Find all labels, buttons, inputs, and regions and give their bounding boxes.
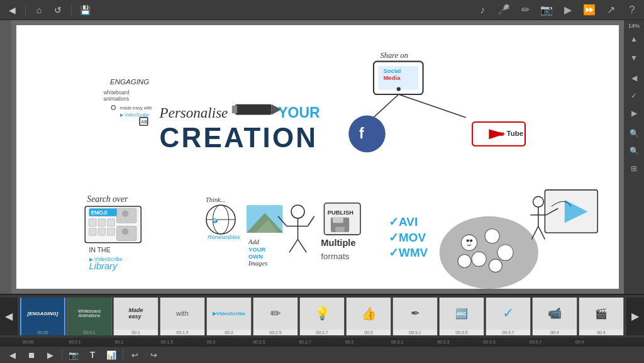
timeline-item[interactable]: ▶VideoScribe 00:2: [206, 298, 252, 335]
svg-rect-69: [333, 218, 343, 223]
svg-rect-10: [235, 104, 272, 115]
timeline-item[interactable]: [ENGAGING] 00:00: [20, 298, 65, 335]
reload-button[interactable]: ↺: [51, 3, 65, 17]
mic-button[interactable]: 🎤: [497, 3, 511, 17]
svg-text:Share on: Share on: [380, 51, 409, 60]
timeline-timebar: 00:00 00:0.1 00:1 00:1.5 00:2 00:2.5 00:…: [0, 338, 644, 346]
time-tick: 00:3.1: [391, 340, 437, 344]
time-tick: 00:1.5: [161, 340, 207, 344]
svg-text:Tube: Tube: [507, 130, 524, 137]
svg-point-78: [485, 229, 499, 243]
timeline-item[interactable]: 📹 00:4: [532, 298, 577, 335]
svg-point-79: [497, 245, 513, 260]
share-button[interactable]: ↗: [604, 3, 618, 17]
redo-button[interactable]: ↪: [146, 347, 161, 362]
nav-right-button[interactable]: ▶: [626, 106, 641, 121]
time-tick: 00:3.5: [483, 340, 529, 344]
svg-rect-70: [335, 227, 345, 232]
svg-rect-34: [98, 219, 106, 226]
timeline-item[interactable]: WhiteboardAnimations 00:0.1: [67, 298, 112, 335]
timeline-item[interactable]: 🔤 00:3.5: [439, 298, 484, 335]
screenshot-button[interactable]: 📷: [66, 347, 81, 362]
fast-forward-button[interactable]: ⏩: [582, 3, 596, 17]
svg-text:YOUR: YOUR: [278, 104, 320, 121]
svg-point-19: [397, 87, 401, 91]
svg-text:✓AVI: ✓AVI: [389, 215, 418, 228]
timeline-item-with[interactable]: with 00:1.5: [160, 298, 205, 335]
svg-text:CREATION: CREATION: [160, 122, 318, 153]
svg-text:f: f: [359, 125, 364, 142]
timeline-scroll: ◀ [ENGAGING] 00:00 WhiteboardAnimations …: [0, 295, 644, 338]
svg-text:Search over: Search over: [87, 194, 128, 204]
help-button[interactable]: ?: [625, 3, 639, 17]
timeline-item[interactable]: ✏ 00:2.5: [253, 298, 298, 335]
canvas[interactable]: ENGAGING whiteboard animations made easy…: [16, 25, 619, 289]
svg-text:Social: Social: [384, 67, 401, 74]
svg-text:✓MOV: ✓MOV: [389, 231, 426, 244]
svg-text:animations: animations: [104, 96, 130, 102]
timeline-area: ◀ [ENGAGING] 00:00 WhiteboardAnimations …: [0, 294, 644, 363]
bottom-toolbar: ◀ ⏹ ▶ 📷 T 📊 ↩ ↪: [0, 346, 644, 363]
save-button[interactable]: 💾: [78, 3, 92, 17]
timeline-item[interactable]: 🎬 00:4: [579, 298, 624, 335]
svg-text:Media: Media: [384, 74, 401, 81]
svg-text:Multiple: Multiple: [321, 238, 355, 248]
play-button[interactable]: ▶: [561, 3, 575, 17]
zoom-out-button[interactable]: 🔍: [626, 143, 641, 159]
music-button[interactable]: ♪: [475, 3, 489, 17]
pen-button[interactable]: ✏: [518, 3, 532, 17]
zoom-in-button[interactable]: 🔍: [626, 126, 641, 141]
time-tick: 00:2: [207, 340, 253, 344]
time-tick: 00:4: [575, 340, 621, 344]
svg-point-23: [348, 116, 386, 153]
svg-text:Think...: Think...: [206, 196, 226, 203]
timeline-item[interactable]: ✒ 00:3.1: [392, 298, 438, 335]
nav-check-button[interactable]: ✓: [626, 88, 641, 103]
svg-rect-35: [108, 219, 115, 226]
svg-rect-37: [98, 228, 106, 236]
time-tick: 00:1: [114, 340, 160, 344]
time-tick: 00:2.7: [299, 340, 345, 344]
scroll-down-button[interactable]: ▼: [626, 50, 641, 65]
svg-text:🌍: 🌍: [212, 218, 218, 223]
separator: [71, 4, 72, 16]
camera-button[interactable]: 📷: [540, 3, 553, 17]
stop-button[interactable]: ⏹: [24, 347, 39, 362]
time-tick: 00:2.5: [253, 340, 299, 344]
time-tick: 00:00: [23, 340, 69, 344]
undo-button[interactable]: ↩: [127, 347, 142, 362]
svg-text:IN THE: IN THE: [89, 247, 111, 254]
timeline-left-arrow[interactable]: ◀: [0, 298, 18, 335]
time-tick: 00:3: [345, 340, 391, 344]
home-button[interactable]: ⌂: [32, 3, 46, 17]
timeline-item[interactable]: Madeeasy 00:1: [113, 298, 158, 335]
scroll-up-button[interactable]: ▲: [626, 31, 641, 47]
svg-text:YOUR: YOUR: [248, 246, 265, 253]
timeline-right-arrow[interactable]: ▶: [626, 298, 644, 335]
separator: [25, 4, 26, 16]
nav-left-button[interactable]: ◀: [626, 70, 641, 86]
timeline-item[interactable]: 💡 00:2.7: [299, 298, 345, 335]
play-preview-button[interactable]: ▶: [43, 347, 58, 362]
chart-button[interactable]: 📊: [104, 347, 119, 362]
svg-point-82: [458, 255, 471, 268]
canvas-container[interactable]: ENGAGING whiteboard animations made easy…: [11, 20, 624, 294]
svg-text:Renewables: Renewables: [208, 233, 240, 240]
svg-text:OWN: OWN: [248, 253, 263, 260]
timeline-item[interactable]: ✓ 00:3.7: [486, 298, 531, 335]
back-button[interactable]: ◀: [5, 3, 19, 17]
fit-button[interactable]: ⊞: [626, 161, 641, 176]
timeline-item[interactable]: 👍 00:3: [346, 298, 391, 335]
svg-point-80: [472, 252, 486, 266]
time-tick: 00:3.3: [437, 340, 483, 344]
svg-text:AB: AB: [141, 119, 147, 125]
svg-text:made easy with: made easy with: [120, 105, 152, 111]
svg-point-84: [470, 239, 472, 242]
prev-button[interactable]: ◀: [5, 347, 20, 362]
right-sidebar: 14% ▲ ▼ ◀ ✓ ▶ 🔍 🔍 ⊞: [624, 20, 644, 294]
left-sidebar: [0, 20, 11, 294]
main-illustration: ENGAGING whiteboard animations made easy…: [16, 25, 619, 289]
text-button[interactable]: T: [85, 347, 100, 362]
svg-text:Images: Images: [248, 260, 267, 267]
zoom-label: 14%: [628, 23, 640, 29]
